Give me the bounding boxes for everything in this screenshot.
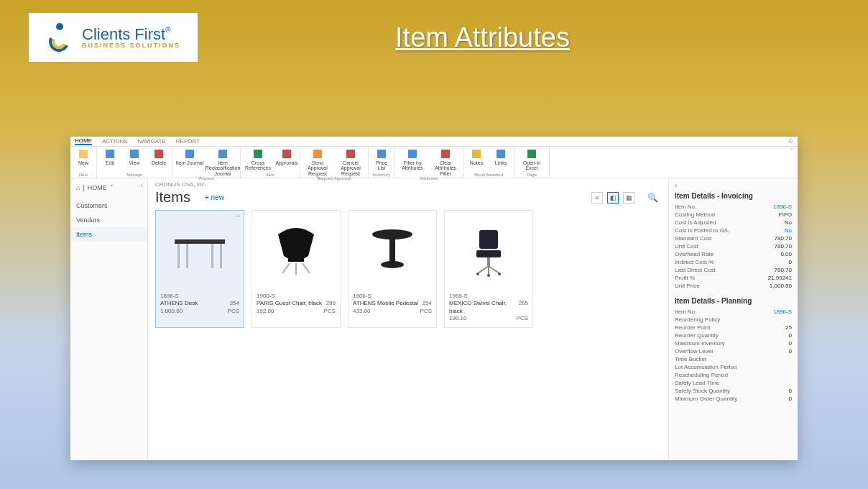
detail-row: Unit Cost780.70 [675, 242, 792, 250]
ribbon-button-clear-attr-filter[interactable]: Clear Attributes Filter [431, 148, 460, 176]
sidebar-item-vendors[interactable]: Vendors [70, 213, 147, 227]
view-tiles-button[interactable]: ◧ [607, 192, 619, 204]
detail-row: Reorder Quantity0 [675, 332, 792, 339]
svg-rect-30 [487, 257, 490, 266]
svg-rect-28 [479, 230, 498, 249]
item-image [445, 211, 532, 290]
detail-value[interactable]: 1896-S [773, 204, 792, 210]
ribbon-button-links[interactable]: Links [491, 148, 511, 173]
sidebar-home[interactable]: ⌂ | HOME ˅ [70, 181, 147, 194]
ribbon-button-approvals[interactable]: Approvals [277, 148, 297, 173]
ribbon-collapse-icon[interactable]: ˄ [786, 147, 798, 155]
detail-key: Overhead Rate [675, 251, 714, 257]
detail-row: Reordering Policy [675, 316, 792, 324]
svg-rect-2 [130, 150, 139, 158]
ribbon-button-label: Links [495, 160, 507, 165]
ribbon-button-price-list[interactable]: Price List [371, 148, 392, 173]
item-card[interactable]: 1968-S MEXICO Swivel Chair, black265 190… [444, 210, 533, 328]
detail-key: Safety Stock Quantity [675, 388, 730, 394]
item-price: 192.80 [257, 308, 274, 315]
detail-row: Rescheduling Period [675, 371, 792, 379]
ribbon-group-page: Open in ExcelPage [514, 147, 550, 178]
detail-value: 0 [789, 348, 792, 355]
svg-line-31 [478, 266, 489, 273]
ribbon-button-send-approval[interactable]: Send Approval Request [303, 148, 332, 176]
detail-key: Item No. [675, 309, 696, 315]
view-list-button[interactable]: ≡ [591, 192, 603, 204]
invoicing-section-title: Item Details - Invoicing [675, 192, 792, 200]
ribbon: NewNewEditViewDeleteManageItem JournalIt… [70, 147, 798, 178]
ribbon-button-item-journal[interactable]: Item Journal [175, 148, 204, 176]
item-card[interactable]: 1900-S PARIS Guest Chair, black299 192.8… [251, 210, 341, 328]
detail-key: Standard Cost [675, 235, 711, 242]
detail-row: Unit Price1,000.80 [675, 282, 792, 290]
sidebar-item-items[interactable]: Items [70, 227, 147, 242]
item-qty: 299 [326, 300, 336, 307]
ribbon-button-new[interactable]: New [73, 148, 93, 173]
item-uom: PCS [228, 308, 239, 315]
ribbon-button-cross-refs[interactable]: Cross References [244, 148, 272, 173]
breadcrumb: CRONUS USA, Inc. [148, 178, 668, 188]
ribbon-button-delete[interactable]: Delete [149, 148, 169, 173]
detail-value: 0 [789, 340, 792, 347]
ribbon-button-open-excel[interactable]: Open in Excel [517, 148, 546, 173]
ribbon-button-label: Item Reclassification Journal [206, 160, 241, 176]
ribbon-tab-home[interactable]: HOME [75, 137, 92, 145]
item-name: ATHENS Mobile Pedestal [353, 300, 418, 307]
ribbon-tab-report[interactable]: REPORT [176, 138, 200, 145]
more-icon[interactable]: ⋯ [234, 212, 241, 220]
ribbon-button-label: Edit [106, 160, 114, 165]
detail-row: Cost is AdjustedNo [675, 219, 792, 227]
ribbon-group-attributes: Filter by AttributesClear Attributes Fil… [395, 147, 463, 178]
svg-point-36 [487, 274, 490, 277]
item-sku: 1900-S [257, 293, 275, 300]
item-qty: 254 [423, 300, 432, 307]
detail-row: Minimum Order Quantity0 [675, 395, 792, 403]
item-price: 433.60 [353, 308, 370, 315]
ribbon-button-label: Approvals [275, 160, 297, 165]
detail-key: Cost is Posted to G/L [675, 227, 729, 234]
svg-rect-18 [220, 244, 222, 268]
detail-row: Profit %21.99241 [675, 274, 792, 282]
ribbon-button-item-reclass[interactable]: Item Reclassification Journal [208, 148, 237, 176]
ribbon-button-view[interactable]: View [124, 148, 144, 173]
ribbon-group-label: Manage [100, 173, 169, 178]
svg-rect-20 [211, 244, 213, 268]
svg-point-27 [381, 261, 404, 268]
item-image: ⋯ [156, 211, 244, 290]
detail-value[interactable]: 1896-S [773, 309, 792, 315]
item-card[interactable]: 1906-S ATHENS Mobile Pedestal254 433.60P… [348, 210, 437, 328]
detail-value[interactable]: No [785, 227, 792, 234]
window-actions-icon[interactable]: ⊙ [788, 138, 793, 145]
svg-rect-8 [313, 150, 322, 158]
detail-row: Standard Cost780.70 [675, 234, 792, 242]
item-uom: PCS [420, 308, 432, 315]
ribbon-button-filter-by-attr[interactable]: Filter by Attributes [398, 148, 427, 176]
ribbon-tab-navigate[interactable]: NAVIGATE [138, 138, 166, 145]
ribbon-group-process: Item JournalItem Reclassification Journa… [172, 147, 241, 178]
ribbon-button-cancel-approval[interactable]: Cancel Approval Request [336, 148, 365, 176]
search-icon[interactable]: 🔍 [647, 193, 658, 203]
ribbon-button-edit[interactable]: Edit [100, 148, 120, 173]
view-grid-button[interactable]: ▦ [623, 192, 634, 204]
planning-section-title: Item Details - Planning [675, 297, 792, 305]
page-title: Item Attributes [198, 22, 839, 53]
detail-key: Item No. [675, 204, 696, 210]
ribbon-button-notes[interactable]: Notes [466, 148, 486, 173]
detail-value: 0 [789, 388, 792, 394]
sidebar-collapse-icon[interactable]: ‹ [141, 181, 143, 189]
details-toggle-icon[interactable]: › [675, 181, 792, 189]
sidebar-item-customers[interactable]: Customers [70, 198, 147, 213]
svg-rect-12 [441, 150, 450, 158]
svg-rect-4 [185, 150, 194, 158]
svg-rect-7 [282, 150, 291, 158]
sidebar: ‹ ⌂ | HOME ˅ CustomersVendorsItems [70, 178, 148, 460]
detail-row: Last Direct Cost780.70 [675, 266, 792, 274]
svg-rect-3 [154, 150, 163, 158]
ribbon-tab-actions[interactable]: ACTIONS [102, 138, 128, 145]
detail-key: Reorder Quantity [675, 332, 719, 339]
ribbon-button-label: Cancel Approval Request [336, 160, 365, 176]
item-qty: 254 [230, 300, 239, 307]
new-item-link[interactable]: + new [205, 193, 224, 201]
item-card[interactable]: ⋯ 1896-S ATHENS Desk254 1,000.80PCS [155, 210, 244, 328]
